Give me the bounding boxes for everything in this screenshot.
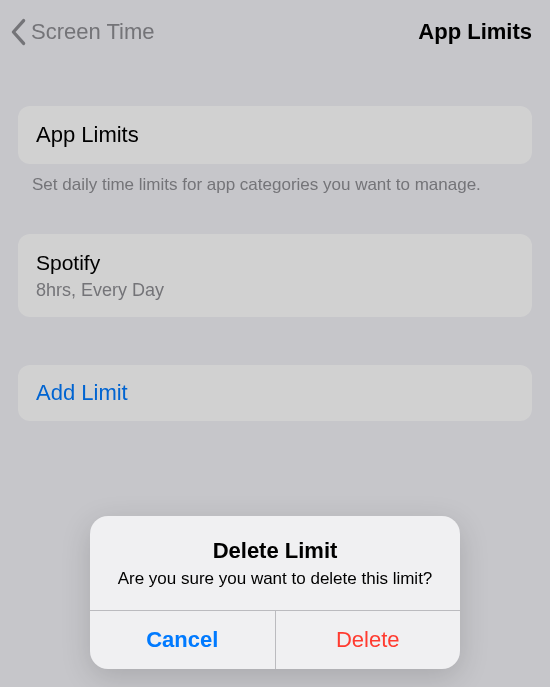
alert-buttons: Cancel Delete (90, 610, 460, 669)
delete-limit-alert: Delete Limit Are you sure you want to de… (90, 516, 460, 669)
alert-content: Delete Limit Are you sure you want to de… (90, 516, 460, 610)
alert-title: Delete Limit (114, 538, 436, 564)
cancel-button[interactable]: Cancel (90, 611, 276, 669)
alert-message: Are you sure you want to delete this lim… (114, 568, 436, 590)
delete-button[interactable]: Delete (276, 611, 461, 669)
